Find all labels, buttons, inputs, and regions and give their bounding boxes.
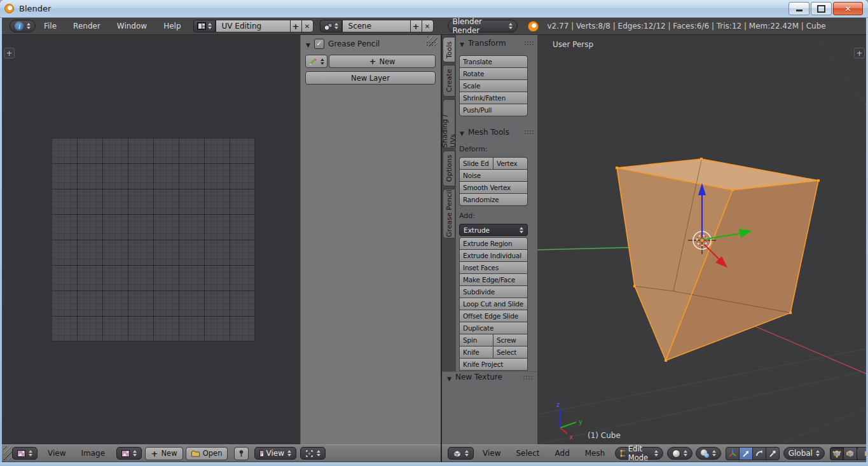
knife-button[interactable]: Knife [459,346,493,359]
knife-project-button[interactable]: Knife Project [459,358,528,371]
image-browse-dropdown[interactable] [116,447,142,460]
tab-options[interactable]: Options [443,151,455,186]
randomize-button[interactable]: Randomize [459,193,528,206]
updown-arrows-icon [29,450,32,456]
new-layer-button[interactable]: New Layer [305,71,436,85]
viewport-shading-dropdown[interactable] [667,447,692,460]
info-editor-icon: i [15,22,24,31]
viewport-region-expand-button[interactable] [854,48,865,58]
panel-drag-dots[interactable] [524,130,534,134]
vp-menu-select[interactable]: Select [508,449,547,458]
editor-type-dropdown-uv[interactable] [12,447,38,460]
image-new-button[interactable]: New [145,447,183,460]
close-icon: ✕ [844,4,851,13]
screen-layout-field[interactable]: UV Editing [216,20,291,32]
grease-pencil-new-button[interactable]: New [329,55,436,68]
pin-button[interactable] [234,447,249,460]
extrude-region-button[interactable]: Extrude Region [459,237,528,250]
view-name-label: User Persp [553,40,593,49]
scene-field[interactable]: Scene [342,20,411,32]
add-layout-button[interactable] [290,20,302,32]
push-pull-button[interactable]: Push/Pull [459,104,528,116]
vp-menu-mesh[interactable]: Mesh [577,449,613,458]
delete-scene-button[interactable] [422,20,434,32]
menu-file[interactable]: File [36,22,65,31]
mode-dropdown[interactable]: Edit Mode [615,447,663,460]
inset-faces-button[interactable]: Inset Faces [459,261,528,274]
vertex-select-button[interactable] [830,447,844,460]
updown-arrows-icon [465,450,469,456]
minimize-icon [796,10,803,11]
maximize-button[interactable] [811,2,832,15]
render-engine-dropdown[interactable]: Blender Render [448,20,518,32]
extrude-dropdown[interactable]: Extrude [459,224,528,236]
grease-pencil-data-dropdown[interactable] [305,55,327,68]
title-bar[interactable]: Blender ✕ [0,0,868,18]
offset-edge-slide-button[interactable]: Offset Edge Slide [459,310,528,322]
scale-button[interactable]: Scale [459,79,528,92]
blender-window: Blender ✕ i File Render Window Help UV E… [0,0,868,466]
extrude-individual-button[interactable]: Extrude Individual [459,249,528,262]
edge-select-icon [846,449,855,458]
menu-help[interactable]: Help [155,22,189,31]
shrink-fatten-button[interactable]: Shrink/Fatten [459,92,528,104]
blender-logo [528,21,539,32]
subdivide-button[interactable]: Subdivide [459,285,528,298]
tab-grease-pencil[interactable]: Grease Pencil [443,189,455,238]
uv-display-value: View [266,449,284,458]
tab-shading-uvs[interactable]: Shading / UVs [443,99,455,148]
make-edge-face-button[interactable]: Make Edge/Face [459,273,528,286]
translate-button[interactable]: Translate [459,55,528,68]
window-border-bottom [0,462,868,466]
delete-layout-button[interactable] [301,20,313,32]
spin-button[interactable]: Spin [459,334,493,346]
grease-pencil-checkbox[interactable] [314,39,324,49]
header-corner-grip[interactable] [3,446,12,460]
grease-pencil-panel-header[interactable]: Grease Pencil [306,38,436,50]
transform-panel-header[interactable]: Transform [456,37,537,49]
manipulator-toggle-button[interactable] [726,447,740,460]
uv-menu-image[interactable]: Image [73,449,113,458]
tab-tools[interactable]: Tools [443,37,455,62]
rotate-manipulator-button[interactable] [752,447,766,460]
vp-menu-view[interactable]: View [475,449,508,458]
edge-select-button[interactable] [843,447,857,460]
vp-menu-add[interactable]: Add [548,449,577,458]
uv-region-expand-button[interactable] [4,48,15,58]
image-open-button[interactable]: Open [186,447,228,460]
knife-select-button[interactable]: Select [493,346,528,359]
vertex-slide-button[interactable]: Vertex [493,157,528,170]
pivot-point-dropdown[interactable] [696,447,721,460]
add-scene-button[interactable] [410,20,422,32]
scale-manipulator-button[interactable] [766,447,780,460]
uv-menu-view[interactable]: View [40,449,73,458]
screen-layout-browse[interactable] [193,20,216,32]
editor-type-dropdown-info[interactable]: i [10,20,36,32]
panel-drag-dots[interactable] [523,375,532,380]
new-texture-panel-header[interactable]: New Texture [442,371,537,382]
snap-toggle-button[interactable] [857,447,865,460]
screw-button[interactable]: Screw [493,334,528,346]
duplicate-button[interactable]: Duplicate [459,322,528,334]
slide-edge-button[interactable]: Slide Ed [459,157,493,170]
scene-browse[interactable] [320,20,342,32]
grease-pencil-panel-title: Grease Pencil [328,39,380,48]
uv-display-dropdown[interactable]: View [254,447,296,460]
smooth-vertex-button[interactable]: Smooth Vertex [459,181,528,194]
noise-button[interactable]: Noise [459,169,528,182]
editor-type-dropdown-3d[interactable] [448,447,474,460]
tab-create[interactable]: Create [443,65,455,97]
uv-pivot-dropdown[interactable] [300,447,326,460]
orientation-dropdown[interactable]: Global [783,447,825,460]
menu-window[interactable]: Window [109,22,155,31]
close-button[interactable]: ✕ [833,2,863,15]
minimize-button[interactable] [789,2,809,15]
mesh-tools-panel-header[interactable]: Mesh Tools [456,126,537,138]
translate-manipulator-button[interactable] [739,447,753,460]
rotate-button[interactable]: Rotate [459,67,528,80]
panel-drag-dots[interactable] [524,41,534,45]
menu-render[interactable]: Render [65,22,109,31]
loop-cut-button[interactable]: Loop Cut and Slide [459,298,528,310]
render-engine-value: Blender Render [453,17,506,35]
region-corner-grip[interactable] [427,36,437,46]
